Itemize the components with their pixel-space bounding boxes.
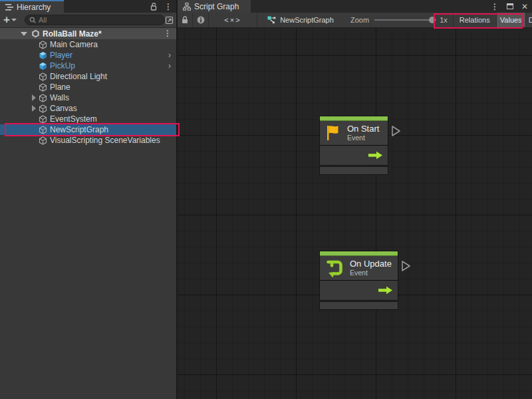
node-color-bar	[320, 251, 398, 256]
flag-icon	[325, 124, 341, 142]
hierarchy-item-label: Main Camera	[50, 40, 98, 49]
prefab-cube-icon	[39, 62, 47, 70]
zoom-control: Zoom 1x	[344, 13, 453, 27]
zoom-slider-thumb[interactable]	[429, 17, 436, 23]
gameobject-cube-icon	[39, 41, 47, 49]
hierarchy-item-visualscripting-scenevariables[interactable]: VisualScripting SceneVariables ›	[0, 135, 176, 146]
hierarchy-toolbar: + All	[0, 13, 176, 28]
relations-button[interactable]: Relations	[453, 13, 497, 27]
foldout-closed-icon[interactable]	[31, 105, 37, 112]
gameobject-cube-icon	[39, 83, 47, 92]
values-button[interactable]: Values	[497, 13, 526, 27]
code-preview-button[interactable]: <×>	[209, 13, 257, 27]
hierarchy-panel: Hierarchy ⋮ +	[0, 0, 176, 399]
node-port-row	[320, 281, 398, 300]
prefab-chevron-icon[interactable]: ›	[168, 51, 171, 60]
gameobject-cube-icon	[39, 94, 47, 102]
prefab-cube-icon	[39, 51, 47, 60]
gameobject-cube-icon	[39, 115, 47, 124]
hierarchy-item-label: VisualScripting SceneVariables	[50, 136, 160, 145]
prefab-chevron-icon[interactable]: ›	[168, 61, 171, 70]
hierarchy-item-label: Player	[50, 51, 72, 60]
hierarchy-item-walls[interactable]: Walls ›	[0, 92, 176, 103]
node-subtitle: Event	[350, 269, 392, 277]
hierarchy-item-label: PickUp	[50, 61, 75, 70]
plus-icon: +	[3, 15, 10, 25]
unity-logo-icon	[31, 29, 40, 38]
on-start-output-port-icon[interactable]	[391, 125, 401, 137]
script-graph-tab-label: Script Graph	[194, 2, 239, 11]
hierarchy-item-pickup[interactable]: PickUp ›	[0, 61, 176, 71]
hierarchy-item-main-camera[interactable]: Main Camera ›	[0, 39, 176, 50]
zoom-value: 1x	[440, 16, 448, 24]
hierarchy-item-plane[interactable]: Plane ›	[0, 82, 176, 92]
graph-asset-icon	[267, 16, 276, 24]
hierarchy-item-label: Directional Light	[50, 72, 107, 81]
hierarchy-item-label: Walls	[50, 93, 69, 102]
hierarchy-item-directional-light[interactable]: Directional Light ›	[0, 71, 176, 82]
node-title: On Update	[350, 259, 392, 269]
tab-script-graph[interactable]: Script Graph	[178, 0, 251, 13]
hierarchy-tabbar: Hierarchy ⋮	[0, 0, 176, 13]
zoom-slider[interactable]	[374, 15, 436, 25]
script-graph-tabbar: Script Graph ⋮ ✕	[178, 0, 532, 13]
dim-button[interactable]: Dim	[526, 13, 532, 27]
node-header: On Update Event	[320, 256, 398, 280]
hierarchy-menu-icon[interactable]: ⋮	[164, 3, 172, 11]
graph-tab-icon	[183, 3, 191, 11]
maximize-icon[interactable]	[507, 3, 513, 9]
hierarchy-item-label: Canvas	[50, 104, 77, 113]
trigger-output-arrow-icon[interactable]	[368, 151, 383, 160]
pick-window-icon[interactable]	[164, 15, 174, 25]
add-gameobject-button[interactable]: +	[3, 15, 17, 25]
node-footer	[320, 167, 388, 174]
hierarchy-item-label: EventSystem	[50, 114, 97, 124]
node-on-update[interactable]: On Update Event	[320, 251, 398, 309]
hierarchy-item-player[interactable]: Player ›	[0, 50, 176, 61]
foldout-open-icon[interactable]	[21, 32, 27, 36]
node-port-row	[320, 146, 388, 165]
info-button[interactable]	[193, 13, 209, 27]
hierarchy-item-canvas[interactable]: Canvas ›	[0, 103, 176, 114]
graph-canvas[interactable]: On Start Event	[178, 28, 532, 399]
window-menu-icon[interactable]: ⋮	[491, 3, 499, 11]
hierarchy-item-newscriptgraph[interactable]: NewScriptGraph ›	[0, 124, 176, 135]
script-graph-panel: Script Graph ⋮ ✕ <	[178, 0, 532, 399]
foldout-closed-icon[interactable]	[31, 94, 37, 101]
hierarchy-item-label: Plane	[50, 82, 70, 92]
lock-button[interactable]	[178, 13, 193, 27]
trigger-output-arrow-icon[interactable]	[378, 286, 393, 295]
tab-hierarchy[interactable]: Hierarchy	[0, 0, 64, 13]
graph-name-label: NewScriptGraph	[280, 16, 334, 24]
node-title: On Start	[347, 124, 379, 134]
chevron-down-icon	[11, 19, 17, 21]
hierarchy-icon	[5, 4, 13, 11]
scene-header-row[interactable]: RollaBall Maze* ⋮	[0, 28, 176, 39]
script-graph-toolbar: <×> NewScriptGraph Zoom	[178, 13, 532, 28]
graph-name-button[interactable]: NewScriptGraph	[257, 13, 344, 27]
loop-icon	[325, 259, 344, 277]
gameobject-cube-icon	[39, 72, 47, 81]
on-update-output-port-icon[interactable]	[401, 260, 411, 272]
zoom-label: Zoom	[350, 16, 369, 24]
hierarchy-item-eventsystem[interactable]: EventSystem ›	[0, 114, 176, 124]
scene-menu-icon[interactable]: ⋮	[164, 29, 172, 37]
zoom-slider-track	[374, 19, 436, 21]
gameobject-cube-icon	[39, 136, 47, 145]
close-icon[interactable]: ✕	[521, 3, 528, 11]
node-on-start[interactable]: On Start Event	[320, 116, 388, 174]
node-footer	[320, 302, 398, 309]
search-icon	[29, 17, 37, 24]
scene-name: RollaBall Maze*	[43, 29, 102, 39]
node-header: On Start Event	[320, 121, 388, 145]
unity-editor-window: Hierarchy ⋮ +	[0, 0, 532, 399]
search-placeholder: All	[39, 16, 47, 24]
node-subtitle: Event	[347, 134, 379, 142]
hierarchy-search-input[interactable]: All	[25, 15, 165, 25]
gameobject-cube-icon	[39, 104, 47, 113]
hierarchy-item-label: NewScriptGraph	[50, 125, 108, 134]
gameobject-cube-icon	[39, 126, 47, 134]
hierarchy-list: Main Camera › Player ›	[0, 39, 176, 146]
unlock-icon[interactable]	[150, 3, 158, 11]
hierarchy-tab-label: Hierarchy	[17, 3, 51, 12]
